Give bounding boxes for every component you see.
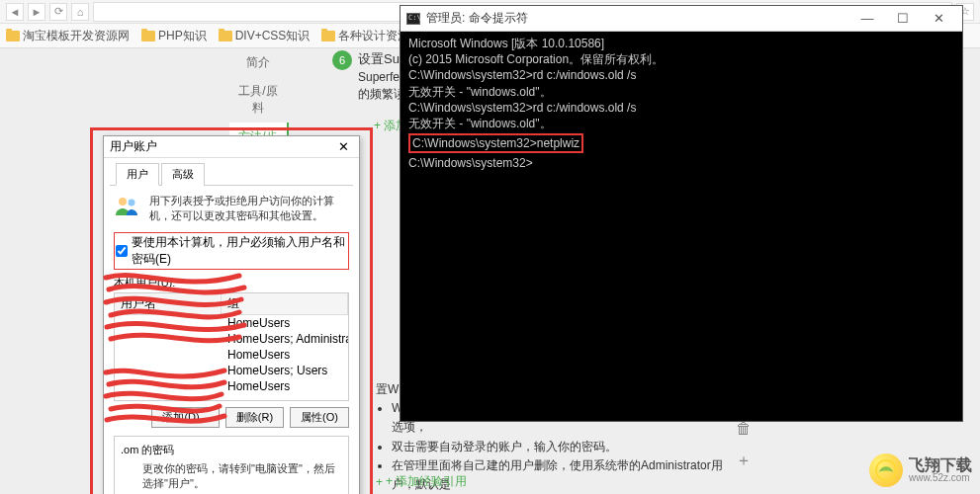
tab-users[interactable]: 用户	[116, 163, 159, 186]
dialog-title: 用户账户	[110, 138, 157, 155]
close-button[interactable]: ✕	[921, 7, 956, 31]
step-subtitle: Superfe	[358, 70, 400, 84]
bookmark-item[interactable]: 淘宝模板开发资源网	[6, 28, 130, 44]
refresh-button[interactable]: ⟳	[49, 3, 67, 21]
folder-icon	[6, 31, 20, 41]
home-button[interactable]: ⌂	[71, 3, 89, 21]
cmd-icon	[406, 13, 420, 25]
plus-icon[interactable]: ＋	[735, 452, 753, 469]
list-item[interactable]: HomeUsers	[115, 347, 348, 363]
minimize-button[interactable]: —	[849, 7, 885, 31]
window-titlebar[interactable]: 管理员: 命令提示符 — ☐ ✕	[401, 6, 962, 32]
add-reference-link[interactable]: + + 添加经验引用	[376, 473, 467, 490]
command-prompt-window: 管理员: 命令提示符 — ☐ ✕ Microsoft Windows [版本 1…	[400, 5, 963, 422]
dialog-tabs: 用户 高级	[110, 158, 353, 186]
list-item[interactable]: HomeUsers	[115, 315, 348, 331]
back-button[interactable]: ◄	[6, 3, 24, 21]
delete-icon[interactable]: 🗑	[735, 420, 753, 438]
user-accounts-dialog: 用户账户 ✕ 用户 高级 用下列表授予或拒绝用户访问你的计算机，还可以更改其密码…	[103, 135, 360, 494]
bookmark-item[interactable]: 各种设计资源	[321, 28, 409, 44]
list-item[interactable]: HomeUsers	[115, 378, 348, 394]
properties-button[interactable]: 属性(O)	[290, 407, 349, 428]
svg-point-0	[119, 198, 127, 206]
users-list-label: 本机用户(U):	[114, 276, 349, 290]
terminal-line: Microsoft Windows [版本 10.0.10586]	[408, 36, 954, 51]
terminal-line: 无效开关 - "windows.old"。	[408, 116, 954, 131]
checkbox-input[interactable]	[116, 245, 128, 257]
page-content: 简介 工具/原料 方法/步骤 注意事项 6 设置Su Superfe 的频繁读 …	[0, 48, 980, 494]
folder-icon	[219, 31, 232, 41]
list-item[interactable]: HomeUsers; Administrators; P...	[115, 331, 348, 347]
users-icon	[114, 194, 141, 217]
remove-button[interactable]: 删除(R)	[225, 407, 284, 428]
highlighted-command: C:\Windows\system32>netplwiz	[408, 133, 583, 153]
col-username[interactable]: 用户名	[115, 293, 222, 314]
sidebar-item-tools[interactable]: 工具/原料	[229, 77, 289, 123]
list-header: 用户名 组	[115, 293, 348, 315]
dialog-titlebar[interactable]: 用户账户 ✕	[104, 136, 359, 158]
window-title: 管理员: 命令提示符	[426, 10, 528, 27]
watermark: 飞翔下载 www.52z.com	[869, 453, 972, 487]
tab-advanced[interactable]: 高级	[161, 163, 205, 186]
password-group: .om 的密码 更改你的密码，请转到"电脑设置"，然后选择"用户"。 重置密码(…	[114, 436, 349, 494]
list-item[interactable]: HomeUsers; Users	[115, 363, 348, 378]
maximize-button[interactable]: ☐	[885, 7, 921, 31]
sidebar-item-intro[interactable]: 简介	[229, 48, 289, 77]
dialog-description: 用下列表授予或拒绝用户访问你的计算机，还可以更改其密码和其他设置。	[149, 194, 349, 224]
plus-icon: +	[376, 475, 383, 489]
password-text: 更改你的密码，请转到"电脑设置"，然后选择"用户"。	[142, 461, 342, 491]
close-icon[interactable]: ✕	[333, 138, 353, 156]
terminal-line: C:\Windows\system32>rd c:/windows.old /s	[408, 100, 954, 116]
forward-button[interactable]: ►	[28, 3, 45, 21]
add-button[interactable]: 添加(D)...	[151, 407, 219, 428]
svg-point-1	[129, 200, 135, 206]
terminal-line: C:\Windows\system32>	[408, 155, 954, 171]
watermark-text: 飞翔下载	[909, 457, 972, 473]
article-bullet: 双击需要自动登录的账户，输入你的密码。	[392, 438, 732, 456]
watermark-logo-icon	[869, 453, 903, 487]
step-title: 设置Su	[358, 50, 400, 68]
password-title: .om 的密码	[121, 443, 342, 457]
terminal-line: 无效开关 - "windows.old"。	[408, 84, 954, 100]
folder-icon	[141, 31, 155, 41]
terminal-output[interactable]: Microsoft Windows [版本 10.0.10586] (c) 20…	[401, 32, 962, 421]
terminal-line: (c) 2015 Microsoft Corporation。保留所有权利。	[408, 51, 954, 67]
col-group[interactable]: 组	[222, 293, 348, 314]
bookmark-item[interactable]: DIV+CSS知识	[219, 28, 311, 44]
require-password-checkbox[interactable]: 要使用本计算机，用户必须输入用户名和密码(E)	[114, 232, 349, 270]
folder-icon	[321, 31, 335, 41]
bookmark-item[interactable]: PHP知识	[141, 28, 207, 44]
terminal-line: C:\Windows\system32>rd c:/windows.old /s	[408, 67, 954, 83]
watermark-url: www.52z.com	[909, 473, 972, 483]
step-subtitle: 的频繁读	[358, 86, 405, 103]
step-number-badge: 6	[332, 50, 352, 70]
users-list[interactable]: 用户名 组 HomeUsers HomeUsers; Administrator…	[114, 292, 349, 401]
